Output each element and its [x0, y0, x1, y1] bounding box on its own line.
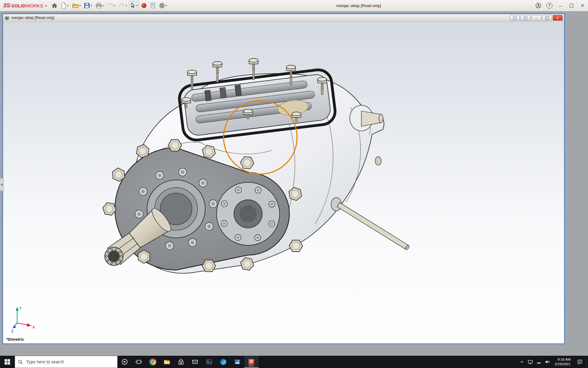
- open-caret-icon[interactable]: ▾: [79, 4, 81, 7]
- microsoft-store-icon: [177, 358, 185, 366]
- app-titlebar: ЗS SOLID WORKS ▸ ▾ ▾ ▾ ▾: [0, 0, 588, 11]
- home-button[interactable]: [50, 1, 59, 10]
- clock-date: 2/19/2021: [555, 362, 571, 366]
- doc-pane-button-1[interactable]: [510, 15, 520, 21]
- taskbar-mail-button[interactable]: [188, 356, 202, 368]
- assembly-document-icon: [5, 16, 9, 20]
- volume-muted-icon: [545, 359, 550, 365]
- print-caret-icon[interactable]: ▾: [103, 4, 104, 7]
- help-button[interactable]: ?: [544, 0, 555, 11]
- red-orb-icon: [141, 3, 147, 8]
- output-shaft: [331, 197, 410, 250]
- taskbar-console-button[interactable]: [202, 356, 216, 368]
- save-button[interactable]: ▾: [83, 1, 93, 10]
- taskbar-chrome-button[interactable]: [146, 356, 160, 368]
- taskbar-file-explorer-button[interactable]: [160, 356, 174, 368]
- undo-button[interactable]: ▾: [106, 1, 117, 10]
- app-minimize-button[interactable]: –: [555, 0, 566, 11]
- document-window-controls: – ×: [510, 15, 563, 21]
- start-button[interactable]: [0, 356, 15, 368]
- feature-manager-flyout-tab[interactable]: [0, 178, 4, 191]
- document-window: menjac sklop [Read-only] – ×: [2, 13, 565, 344]
- undo-icon: [107, 2, 113, 9]
- task-view-icon: [135, 358, 142, 365]
- taskbar-solidworks-button[interactable]: 2021: [244, 356, 258, 368]
- document-list-button[interactable]: [149, 1, 157, 10]
- app-maximize-button[interactable]: [566, 0, 577, 11]
- redo-caret-icon[interactable]: ▾: [126, 4, 127, 7]
- options-caret-icon[interactable]: ▾: [166, 4, 167, 7]
- show-desktop-button[interactable]: [586, 356, 588, 368]
- maximize-icon: [570, 4, 573, 7]
- help-icon: ?: [546, 2, 552, 9]
- options-gear-icon: [159, 2, 165, 9]
- doc-minimize-button[interactable]: –: [531, 15, 541, 21]
- document-list-icon: [150, 2, 156, 9]
- tray-display-button[interactable]: [526, 356, 535, 368]
- view-orientation-label: *Dimetric: [6, 337, 24, 342]
- triad-y-label: Y: [19, 306, 22, 310]
- task-view-button[interactable]: [132, 356, 146, 368]
- home-icon: [51, 2, 58, 9]
- tray-network-button[interactable]: [535, 356, 543, 368]
- triad-z-label: Z: [11, 330, 13, 333]
- search-input[interactable]: [25, 359, 114, 365]
- tray-chevron-button[interactable]: [518, 356, 526, 368]
- redo-button[interactable]: ▾: [118, 1, 128, 10]
- clock-time: 9:16 AM: [558, 357, 571, 362]
- coordinate-triad: Y X Z: [11, 304, 42, 333]
- account-icon: [535, 2, 541, 9]
- mail-icon: [191, 358, 199, 366]
- file-explorer-icon: [163, 358, 171, 366]
- open-button[interactable]: ▾: [71, 1, 82, 10]
- flyout-collapse-icon: [1, 183, 2, 186]
- red-orb-button[interactable]: [140, 1, 148, 10]
- display-icon: [528, 359, 533, 365]
- search-icon: [18, 359, 23, 365]
- select-cursor-icon: [130, 2, 136, 9]
- photos-icon: [234, 358, 241, 366]
- new-document-caret-icon[interactable]: ▾: [67, 4, 69, 7]
- command-prompt-icon: [205, 358, 213, 366]
- taskbar-edge-button[interactable]: [216, 356, 230, 368]
- redo-icon: [119, 2, 125, 9]
- side-cover: [217, 182, 280, 245]
- chevron-up-icon: [520, 360, 524, 364]
- select-caret-icon[interactable]: ▾: [136, 4, 138, 7]
- taskbar-clock[interactable]: 9:16 AM 2/19/2021: [552, 356, 574, 368]
- triad-x-label: X: [32, 325, 35, 329]
- tray-volume-button[interactable]: [543, 356, 552, 368]
- app-close-button[interactable]: ×: [577, 0, 588, 11]
- account-button[interactable]: [533, 0, 544, 11]
- open-folder-icon: [72, 2, 79, 9]
- taskbar-search[interactable]: [15, 356, 118, 368]
- graphics-area[interactable]: Y X Z *Dimetric: [3, 22, 564, 343]
- new-document-button[interactable]: ▾: [60, 1, 70, 10]
- app-window-title: menjac sklop [Read-only]: [336, 3, 381, 8]
- taskbar-store-button[interactable]: [174, 356, 188, 368]
- cortana-button[interactable]: [118, 356, 132, 368]
- tile-pane-icon: [524, 16, 527, 20]
- save-caret-icon[interactable]: ▾: [91, 4, 92, 7]
- system-tray: 9:16 AM 2/19/2021: [518, 356, 588, 368]
- taskbar-photos-button[interactable]: [230, 356, 244, 368]
- solidworks-app: ЗS SOLID WORKS ▸ ▾ ▾ ▾ ▾: [0, 0, 588, 368]
- action-center-button[interactable]: [574, 356, 586, 368]
- doc-pane-button-2[interactable]: [521, 15, 530, 21]
- print-button[interactable]: ▾: [94, 1, 105, 10]
- document-titlebar[interactable]: menjac sklop [Read-only] – ×: [3, 14, 564, 22]
- cortana-icon: [121, 358, 128, 365]
- options-button[interactable]: ▾: [158, 1, 168, 10]
- select-tool-button[interactable]: ▾: [129, 1, 139, 10]
- quick-access-toolbar: ▾ ▾ ▾ ▾ ▾ ▾ ▾: [50, 1, 168, 10]
- doc-restore-button[interactable]: [542, 15, 552, 21]
- print-icon: [96, 2, 102, 9]
- edge-icon: [220, 358, 227, 366]
- app-window-controls: ? – ×: [533, 0, 588, 11]
- windows-taskbar: 2021 9:16 AM 2/19/2021: [0, 356, 588, 368]
- menu-flyout-arrow-icon[interactable]: ▸: [46, 4, 47, 8]
- undo-caret-icon[interactable]: ▾: [114, 4, 115, 7]
- solidworks-logo: ЗS SOLID WORKS: [0, 2, 43, 9]
- ds-logo-mark: ЗS: [3, 2, 10, 9]
- doc-close-button[interactable]: ×: [553, 15, 563, 21]
